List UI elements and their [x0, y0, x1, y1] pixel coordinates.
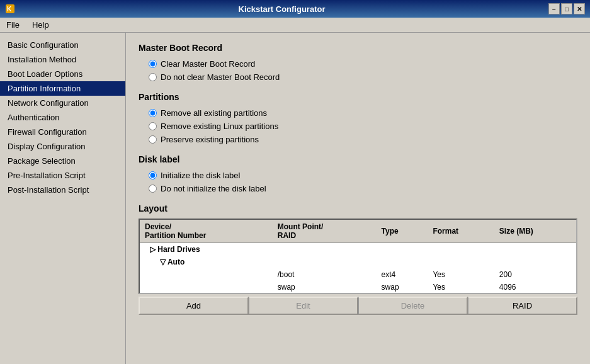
disk-label-radio-group: Initialize the disk label Do not initial… — [139, 171, 577, 193]
table-row: ▷ Hard Drives — [140, 243, 576, 256]
table-cell-format: Yes — [428, 281, 494, 293]
table-row[interactable]: /boot ext4 Yes 200 — [140, 268, 576, 281]
svg-text:K: K — [7, 6, 12, 13]
sidebar-item-partition-information[interactable]: Partition Information — [0, 81, 125, 96]
menubar: File Help — [0, 18, 590, 33]
table-cell — [273, 243, 377, 256]
main-layout: Basic Configuration Installation Method … — [0, 33, 590, 364]
table-cell — [428, 256, 494, 268]
layout-table-container[interactable]: Device/Partition Number Mount Point/RAID… — [139, 219, 577, 294]
table-cell — [494, 243, 576, 256]
partition-preserve-radio[interactable] — [149, 135, 157, 144]
edit-button[interactable]: Edit — [249, 297, 358, 315]
table-row: ▽ Auto — [140, 256, 576, 268]
table-cell — [428, 243, 494, 256]
col-type: Type — [377, 220, 428, 243]
table-cell-format: Yes — [428, 268, 494, 281]
partition-preserve-label[interactable]: Preserve existing partitions — [161, 135, 259, 144]
table-cell: ▽ Auto — [140, 256, 273, 268]
table-cell — [140, 268, 273, 281]
window-controls[interactable]: − □ ✕ — [548, 3, 585, 14]
col-size: Size (MB) — [494, 220, 576, 243]
layout-table: Device/Partition Number Mount Point/RAID… — [140, 220, 576, 293]
sidebar-item-post-installation-script[interactable]: Post-Installation Script — [0, 183, 125, 197]
partition-remove-linux-radio[interactable] — [149, 122, 157, 130]
content-area: Master Boot Record Clear Master Boot Rec… — [126, 33, 590, 364]
partition-remove-all-row: Remove all existing partitions — [149, 108, 577, 118]
table-row[interactable]: swap swap Yes 4096 — [140, 281, 576, 293]
sidebar-item-boot-loader-options[interactable]: Boot Loader Options — [0, 67, 125, 81]
disk-label-init-label[interactable]: Initialize the disk label — [161, 171, 240, 180]
mbr-clear-radio[interactable] — [149, 60, 157, 68]
disk-label-section: Disk label Initialize the disk label Do … — [139, 154, 577, 193]
layout-title: Layout — [139, 203, 577, 213]
table-cell — [377, 243, 428, 256]
titlebar: K Kickstart Configurator − □ ✕ — [0, 0, 590, 18]
table-cell-type: swap — [377, 281, 428, 293]
partition-remove-linux-label[interactable]: Remove existing Linux partitions — [161, 122, 278, 131]
maximize-button[interactable]: □ — [561, 3, 572, 14]
sidebar-item-network-configuration[interactable]: Network Configuration — [0, 96, 125, 110]
disk-label-no-init-radio[interactable] — [149, 185, 157, 193]
partition-remove-linux-row: Remove existing Linux partitions — [149, 122, 577, 131]
delete-button[interactable]: Delete — [358, 297, 468, 315]
partitions-radio-group: Remove all existing partitions Remove ex… — [139, 108, 577, 144]
menu-help[interactable]: Help — [28, 19, 53, 31]
table-cell-type: ext4 — [377, 268, 428, 281]
disk-label-init-row: Initialize the disk label — [149, 171, 577, 180]
partitions-title: Partitions — [139, 92, 577, 102]
table-header-row: Device/Partition Number Mount Point/RAID… — [140, 220, 576, 243]
sidebar-item-firewall-configuration[interactable]: Firewall Configuration — [0, 125, 125, 139]
sidebar: Basic Configuration Installation Method … — [0, 33, 126, 364]
table-cell-mount: /boot — [273, 268, 377, 281]
table-cell — [140, 281, 273, 293]
sidebar-item-installation-method[interactable]: Installation Method — [0, 52, 125, 67]
sidebar-item-display-configuration[interactable]: Display Configuration — [0, 139, 125, 154]
partitions-section: Partitions Remove all existing partition… — [139, 92, 577, 144]
layout-section: Layout Device/Partition Number Mount Poi… — [139, 203, 577, 315]
table-cell-size: 4096 — [494, 281, 576, 293]
sidebar-item-basic-configuration[interactable]: Basic Configuration — [0, 38, 125, 52]
table-cell-mount: swap — [273, 281, 377, 293]
sidebar-item-package-selection[interactable]: Package Selection — [0, 154, 125, 168]
table-cell — [494, 256, 576, 268]
add-button[interactable]: Add — [139, 297, 249, 315]
sidebar-item-pre-installation-script[interactable]: Pre-Installation Script — [0, 168, 125, 183]
mbr-no-clear-row: Do not clear Master Boot Record — [149, 72, 577, 82]
window-title: Kickstart Configurator — [15, 4, 548, 14]
col-device: Device/Partition Number — [140, 220, 273, 243]
col-format: Format — [428, 220, 494, 243]
table-cell — [273, 256, 377, 268]
minimize-button[interactable]: − — [548, 3, 560, 14]
mbr-clear-row: Clear Master Boot Record — [149, 59, 577, 69]
disk-label-init-radio[interactable] — [149, 171, 157, 179]
buttons-row: Add Edit Delete RAID — [139, 297, 577, 315]
col-mount: Mount Point/RAID — [273, 220, 377, 243]
table-cell-size: 200 — [494, 268, 576, 281]
table-cell — [377, 256, 428, 268]
disk-label-title: Disk label — [139, 154, 577, 164]
mbr-clear-label[interactable]: Clear Master Boot Record — [161, 59, 255, 69]
partition-preserve-row: Preserve existing partitions — [149, 135, 577, 144]
mbr-radio-group: Clear Master Boot Record Do not clear Ma… — [139, 59, 577, 82]
menu-file[interactable]: File — [3, 19, 23, 31]
partition-remove-all-radio[interactable] — [149, 109, 157, 117]
sidebar-item-authentication[interactable]: Authentication — [0, 110, 125, 125]
disk-label-no-init-row: Do not initialize the disk label — [149, 184, 577, 193]
table-cell: ▷ Hard Drives — [140, 243, 273, 256]
app-icon: K — [5, 4, 15, 14]
master-boot-record-section: Master Boot Record Clear Master Boot Rec… — [139, 43, 577, 82]
raid-button[interactable]: RAID — [468, 297, 577, 315]
partition-remove-all-label[interactable]: Remove all existing partitions — [161, 108, 267, 118]
mbr-no-clear-radio[interactable] — [149, 73, 157, 81]
close-button[interactable]: ✕ — [574, 3, 585, 14]
disk-label-no-init-label[interactable]: Do not initialize the disk label — [161, 184, 266, 193]
mbr-title: Master Boot Record — [139, 43, 577, 53]
mbr-no-clear-label[interactable]: Do not clear Master Boot Record — [161, 72, 280, 82]
